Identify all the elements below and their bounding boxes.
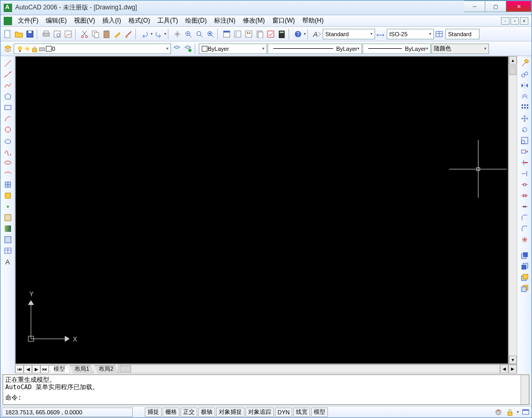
region-button[interactable] bbox=[2, 234, 14, 245]
mdi-restore-button[interactable]: ▫ bbox=[510, 17, 519, 25]
markup-button[interactable] bbox=[265, 29, 276, 39]
command-prompt[interactable]: 命令: bbox=[5, 394, 518, 401]
publish-button[interactable] bbox=[63, 29, 73, 39]
draworder-back-button[interactable] bbox=[519, 261, 530, 272]
line-button[interactable] bbox=[2, 58, 14, 69]
revcloud-button[interactable] bbox=[2, 135, 14, 146]
command-window[interactable]: 正在重生成模型。 AutoCAD 菜单实用程序已加载。 命令: bbox=[3, 374, 529, 405]
lock-toolbar-icon[interactable] bbox=[504, 407, 516, 417]
snap-toggle[interactable]: 捕捉 bbox=[145, 408, 162, 417]
coordinate-display[interactable]: 1823.7513, 665.0609 , 0.0000 bbox=[2, 408, 133, 417]
arc-button[interactable] bbox=[2, 113, 14, 124]
close-button[interactable]: ✕ bbox=[506, 1, 531, 12]
redo-button[interactable] bbox=[153, 29, 164, 39]
tool-palettes-button[interactable] bbox=[243, 29, 254, 39]
plotstyle-select[interactable]: 随颜色▾ bbox=[431, 44, 489, 54]
draworder-front-button[interactable] bbox=[519, 250, 530, 261]
plot-preview-button[interactable] bbox=[52, 29, 62, 39]
polyline-button[interactable] bbox=[2, 80, 14, 91]
sheet-set-button[interactable] bbox=[254, 29, 265, 39]
new-button[interactable] bbox=[3, 29, 13, 39]
dimstyle-icon[interactable] bbox=[376, 29, 386, 39]
dimstyle-select[interactable]: ISO-25▾ bbox=[387, 29, 434, 39]
block-editor-button[interactable] bbox=[123, 29, 134, 39]
color-select[interactable]: ByLayer▾ bbox=[199, 44, 267, 54]
menu-insert[interactable]: 插入(I) bbox=[99, 15, 124, 26]
model-toggle[interactable]: 模型 bbox=[311, 408, 328, 417]
layer-previous-button[interactable] bbox=[172, 44, 182, 54]
tab-first-button[interactable]: ⏮ bbox=[15, 365, 24, 373]
scale-button[interactable] bbox=[519, 135, 530, 146]
zoom-previous-button[interactable] bbox=[205, 29, 216, 39]
pan-button[interactable] bbox=[172, 29, 183, 39]
rotate-button[interactable] bbox=[519, 124, 530, 135]
command-scrollbar[interactable] bbox=[520, 375, 529, 404]
print-button[interactable] bbox=[41, 29, 51, 39]
clean-screen-icon[interactable] bbox=[520, 407, 531, 417]
textstyle-icon[interactable]: A bbox=[312, 29, 322, 39]
zoom-window-button[interactable] bbox=[194, 29, 205, 39]
ellipse-button[interactable] bbox=[2, 157, 14, 168]
extend-button[interactable] bbox=[519, 168, 530, 179]
copy-object-button[interactable] bbox=[519, 69, 530, 80]
match-properties-button[interactable] bbox=[112, 29, 123, 39]
xline-button[interactable] bbox=[2, 69, 14, 80]
minimize-button[interactable]: ─ bbox=[464, 1, 485, 12]
mdi-minimize-button[interactable]: - bbox=[501, 17, 509, 25]
hscroll-thumb[interactable] bbox=[120, 366, 131, 372]
menu-help[interactable]: 帮助(H) bbox=[299, 15, 327, 26]
hatch-button[interactable] bbox=[2, 212, 14, 223]
explode-button[interactable] bbox=[519, 234, 530, 245]
vertical-scrollbar[interactable]: ▲ ▼ bbox=[508, 56, 517, 364]
scroll-thumb[interactable] bbox=[509, 66, 516, 75]
break-button[interactable] bbox=[519, 190, 530, 201]
menu-window[interactable]: 窗口(W) bbox=[269, 15, 299, 26]
communication-center-icon[interactable] bbox=[493, 407, 504, 417]
stretch-button[interactable] bbox=[519, 146, 530, 157]
menu-tools[interactable]: 工具(T) bbox=[154, 15, 182, 26]
scroll-left-button[interactable]: ◀ bbox=[500, 365, 508, 373]
menu-draw[interactable]: 绘图(D) bbox=[182, 15, 210, 26]
offset-button[interactable] bbox=[519, 91, 530, 102]
title-bar[interactable]: AutoCAD 2006 - 未注册版 - [Drawing1.dwg] ─ ▢… bbox=[1, 1, 531, 15]
open-button[interactable] bbox=[14, 29, 24, 39]
menu-view[interactable]: 视图(V) bbox=[70, 15, 99, 26]
fillet-button[interactable] bbox=[519, 223, 530, 234]
mirror-button[interactable] bbox=[519, 80, 530, 91]
menu-modify[interactable]: 修改(M) bbox=[239, 15, 269, 26]
table-button[interactable] bbox=[2, 245, 14, 256]
rectangle-button[interactable] bbox=[2, 102, 14, 113]
textstyle-select[interactable]: Standard▾ bbox=[323, 29, 375, 39]
osnap-toggle[interactable]: 对象捕捉 bbox=[216, 408, 244, 417]
scroll-up-button[interactable]: ▲ bbox=[509, 56, 517, 65]
layer-manager-button[interactable] bbox=[3, 44, 13, 54]
move-button[interactable] bbox=[519, 113, 530, 124]
tab-layout2[interactable]: 布局2 bbox=[94, 365, 118, 373]
tablestyle-icon[interactable] bbox=[434, 29, 445, 39]
drawing-canvas[interactable]: X Y bbox=[15, 56, 508, 364]
spline-button[interactable] bbox=[2, 146, 14, 157]
menu-format[interactable]: 格式(O) bbox=[125, 15, 154, 26]
otrack-toggle[interactable]: 对象追踪 bbox=[246, 408, 274, 417]
circle-button[interactable] bbox=[2, 124, 14, 135]
draworder-above-button[interactable] bbox=[519, 272, 530, 283]
menu-dimension[interactable]: 标注(N) bbox=[210, 15, 239, 26]
polygon-button[interactable] bbox=[2, 91, 14, 102]
zoom-realtime-button[interactable] bbox=[183, 29, 194, 39]
undo-button[interactable] bbox=[140, 29, 150, 39]
help-button[interactable]: ? bbox=[293, 29, 303, 39]
paste-button[interactable] bbox=[101, 29, 112, 39]
layer-select[interactable]: 0 ▾ bbox=[14, 44, 171, 54]
ellipse-arc-button[interactable] bbox=[2, 168, 14, 179]
scroll-right-button[interactable]: ▶ bbox=[508, 365, 517, 373]
ortho-toggle[interactable]: 正交 bbox=[180, 408, 197, 417]
insert-block-button[interactable] bbox=[2, 179, 14, 190]
grid-toggle[interactable]: 栅格 bbox=[163, 408, 179, 417]
mtext-button[interactable]: A bbox=[2, 256, 14, 267]
tab-model[interactable]: 模型 bbox=[49, 365, 70, 373]
dyn-toggle[interactable]: DYN bbox=[275, 408, 292, 417]
linetype-select[interactable]: ByLayer▾ bbox=[268, 44, 362, 54]
tab-layout1[interactable]: 布局1 bbox=[70, 365, 94, 373]
cut-button[interactable] bbox=[79, 29, 90, 39]
mdi-close-button[interactable]: × bbox=[520, 17, 528, 25]
